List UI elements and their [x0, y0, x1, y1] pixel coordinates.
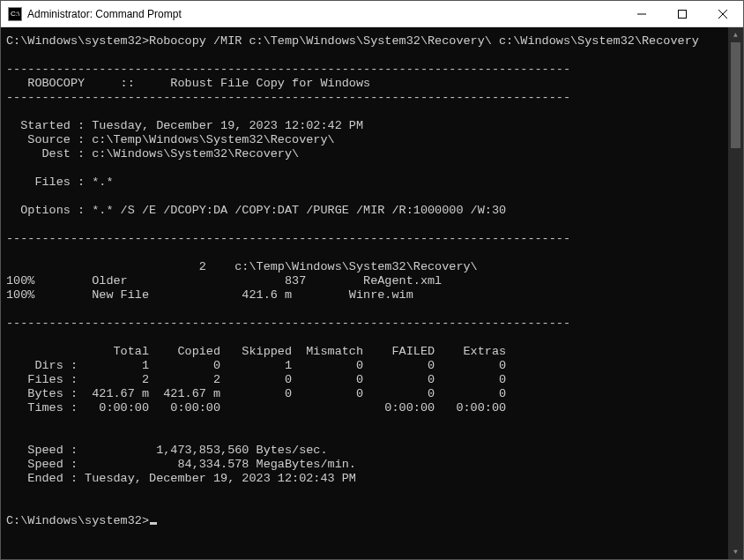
- maximize-button[interactable]: [662, 1, 703, 27]
- dir-listed: 2 c:\Temp\Windows\System32\Recovery\: [6, 260, 478, 273]
- app-icon: C:\: [8, 7, 22, 21]
- cursor: [150, 522, 157, 525]
- terminal-body: C:\Windows\system32>Robocopy /MIR c:\Tem…: [1, 27, 743, 559]
- stats-dirs: Dirs : 1 0 1 0 0 0: [6, 359, 506, 372]
- command-prompt-window: C:\ Administrator: Command Prompt C:\Win…: [0, 0, 744, 560]
- divider: ----------------------------------------…: [6, 63, 570, 76]
- scroll-thumb[interactable]: [731, 42, 740, 148]
- speed-line-2: Speed : 84,334.578 MegaBytes/min.: [6, 458, 356, 471]
- vertical-scrollbar[interactable]: ▲ ▼: [728, 27, 743, 559]
- svg-rect-1: [679, 10, 687, 18]
- file-row-2: 100% New File 421.6 m Winre.wim: [6, 288, 413, 302]
- file-row-1: 100% Older 837 ReAgent.xml: [6, 274, 442, 287]
- window-title: Administrator: Command Prompt: [27, 8, 621, 20]
- dest-line: Dest : c:\Windows\System32\Recovery\: [6, 147, 299, 161]
- command-text: Robocopy /MIR c:\Temp\Windows\System32\R…: [149, 34, 699, 48]
- divider: ----------------------------------------…: [6, 317, 570, 330]
- robocopy-header: ROBOCOPY :: Robust File Copy for Windows: [6, 77, 370, 90]
- source-line: Source : c:\Temp\Windows\System32\Recove…: [6, 133, 335, 146]
- stats-header: Total Copied Skipped Mismatch FAILED Ext…: [6, 345, 506, 358]
- stats-bytes: Bytes : 421.67 m 421.67 m 0 0 0 0: [6, 387, 506, 400]
- scroll-down-button[interactable]: ▼: [728, 544, 743, 559]
- terminal-output[interactable]: C:\Windows\system32>Robocopy /MIR c:\Tem…: [1, 27, 728, 559]
- divider: ----------------------------------------…: [6, 232, 570, 245]
- files-line: Files : *.*: [6, 175, 114, 189]
- stats-times: Times : 0:00:00 0:00:00 0:00:00 0:00:00: [6, 401, 506, 414]
- started-line: Started : Tuesday, December 19, 2023 12:…: [6, 119, 363, 132]
- close-button[interactable]: [703, 1, 743, 27]
- titlebar[interactable]: C:\ Administrator: Command Prompt: [1, 1, 743, 27]
- ended-line: Ended : Tuesday, December 19, 2023 12:02…: [6, 472, 356, 485]
- stats-files: Files : 2 2 0 0 0 0: [6, 373, 506, 386]
- speed-line-1: Speed : 1,473,853,560 Bytes/sec.: [6, 444, 328, 457]
- scroll-up-button[interactable]: ▲: [728, 27, 743, 42]
- end-prompt: C:\Windows\system32>: [6, 514, 149, 527]
- prompt: C:\Windows\system32>: [6, 34, 149, 48]
- options-line: Options : *.* /S /E /DCOPY:DA /COPY:DAT …: [6, 204, 506, 217]
- divider: ----------------------------------------…: [6, 91, 570, 104]
- minimize-button[interactable]: [621, 1, 662, 27]
